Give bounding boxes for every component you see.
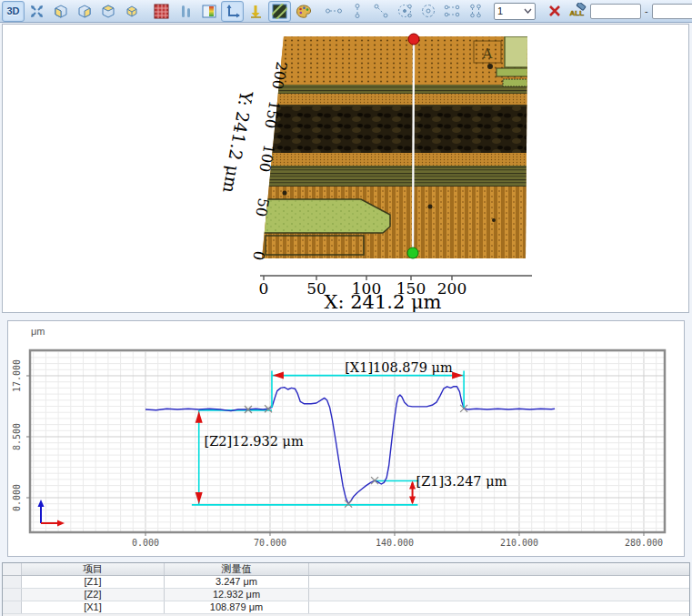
cube-right-view-button[interactable] [96, 1, 119, 22]
texture-toggle-button[interactable] [268, 1, 291, 22]
cube-front-view-button[interactable] [73, 1, 95, 22]
svg-text:17.000: 17.000 [12, 359, 22, 392]
svg-text:8.500: 8.500 [12, 423, 22, 450]
toolbar: 3D [0, 0, 692, 23]
svg-text:210.000: 210.000 [500, 538, 538, 548]
profile-chart-panel: μm 0.00070.000140.000210.000280.00017.00… [7, 320, 685, 557]
table-row[interactable]: [Z2] 12.932 μm [3, 589, 689, 601]
row-item: [Z1] [22, 576, 165, 588]
delete-measurement-button[interactable] [543, 1, 566, 22]
delete-all-measurements-button[interactable]: ALL [567, 1, 589, 22]
measure-angle-button[interactable] [393, 1, 416, 22]
colormap-icon [201, 4, 217, 19]
y-tick-150: 150 [261, 99, 283, 129]
drop-line-button[interactable] [245, 1, 267, 22]
height-colormap-button[interactable] [197, 1, 220, 22]
x-tick-200: 200 [437, 279, 466, 298]
chart-unit-label: μm [31, 326, 45, 337]
measure-distance-button[interactable] [369, 1, 392, 22]
measurement-table: 项目 测量值 [Z1] 3.247 μm [Z2] 12.932 μm [X1]… [2, 562, 690, 616]
row-value: 108.879 μm [165, 601, 309, 613]
axis-l-icon [225, 4, 241, 19]
table-header-row: 项目 测量值 [3, 563, 689, 576]
palette-icon [296, 4, 312, 19]
cube-iso-icon [124, 3, 140, 19]
vertical-bars-icon [179, 4, 192, 19]
y-axis-title: Y: 241.2 μm [219, 88, 257, 195]
axis-toggle-button[interactable] [221, 1, 244, 22]
measurement-label[interactable]: [Z1]3.247 μm [416, 474, 506, 489]
y-tick-0: 0 [249, 249, 267, 261]
table-row[interactable]: [Z1] 3.247 μm [3, 576, 689, 589]
green-pad [261, 199, 390, 233]
mesh-view-button[interactable] [150, 1, 173, 22]
fit-view-button[interactable] [25, 1, 48, 22]
range-max-input[interactable] [652, 4, 692, 19]
measure-vertical-lines-button[interactable] [464, 1, 486, 22]
measure-height-icon [352, 3, 363, 19]
cube-left-view-button[interactable] [49, 1, 72, 22]
x-axis-title: X: 241.2 μm [324, 291, 441, 312]
measure-number-value: 1 [497, 5, 503, 16]
row-item: [Z2] [22, 589, 165, 601]
chevron-down-icon [524, 8, 532, 14]
cube-left-icon [53, 3, 69, 19]
measure-distance-icon [373, 3, 389, 19]
red-mesh-icon [154, 4, 169, 19]
surface-a-label: A [482, 45, 493, 62]
cube-iso-view-button[interactable] [120, 1, 143, 22]
measure-parallel-lines-button[interactable] [440, 1, 463, 22]
measurement-label[interactable]: [X1]108.879 μm [345, 360, 453, 375]
x-tick-0: 0 [259, 279, 269, 298]
view-3d-panel: A 0 50 100 150 200 X: 241.2 μm 200 150 1… [2, 24, 689, 313]
measure-angle-icon [396, 3, 413, 19]
profile-start-handle[interactable] [408, 34, 419, 45]
y-tick-100: 100 [256, 143, 277, 173]
svg-text:0.000: 0.000 [12, 484, 22, 511]
svg-text:70.000: 70.000 [254, 538, 286, 548]
svg-text:0.000: 0.000 [132, 538, 159, 548]
row-item: [X1] [22, 601, 165, 613]
cube-front-icon [76, 3, 93, 19]
measure-width-button[interactable] [322, 1, 345, 22]
measure-circle-icon [420, 3, 436, 19]
expand-arrows-icon [29, 4, 45, 19]
row-value: 12.932 μm [165, 589, 309, 601]
surface-3d-scene[interactable]: A 0 50 100 150 200 X: 241.2 μm 200 150 1… [3, 25, 688, 312]
measure-height-button[interactable] [346, 1, 368, 22]
table-header-value: 测量值 [165, 563, 309, 575]
view-3d-button[interactable]: 3D [2, 1, 25, 22]
down-arrow-icon [248, 4, 264, 19]
row-value: 3.247 μm [165, 576, 309, 588]
profile-end-handle[interactable] [407, 247, 418, 258]
palette-button[interactable] [292, 1, 315, 22]
red-x-icon [548, 5, 561, 17]
range-min-input[interactable] [590, 4, 641, 19]
delete-all-icon: ALL [569, 3, 587, 19]
table-header-item: 项目 [22, 563, 165, 575]
profile-chart[interactable]: μm 0.00070.000140.000210.000280.00017.00… [8, 321, 684, 556]
texture-icon [272, 4, 287, 19]
profile-bars-button[interactable] [174, 1, 196, 22]
table-row[interactable]: [X1] 108.879 μm [3, 601, 689, 614]
measure-parallel-h-icon [443, 4, 461, 18]
table-header-selector [3, 563, 22, 575]
measure-number-select[interactable]: 1 [494, 3, 536, 20]
view-3d-icon: 3D [6, 5, 19, 16]
measure-width-icon [325, 5, 343, 16]
svg-text:280.000: 280.000 [625, 538, 663, 548]
svg-text:140.000: 140.000 [376, 538, 414, 548]
range-separator: - [642, 5, 651, 16]
measure-circle-button[interactable] [416, 1, 439, 22]
surface-texture: A [257, 34, 530, 261]
measurement-label[interactable]: [Z2]12.932 μm [205, 434, 304, 449]
cube-right-icon [100, 3, 116, 19]
y-tick-50: 50 [252, 197, 272, 217]
y-tick-200: 200 [268, 60, 290, 90]
measure-parallel-v-icon [468, 3, 483, 19]
